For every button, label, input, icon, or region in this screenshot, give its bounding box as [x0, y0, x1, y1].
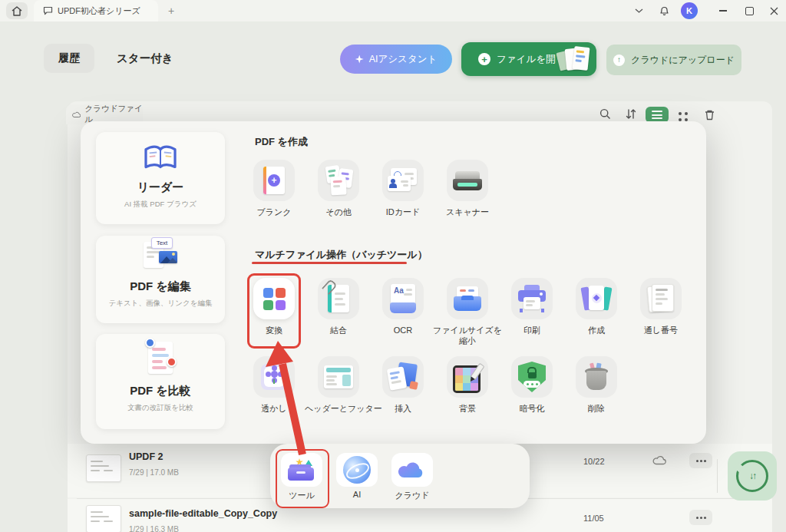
cloud-icon	[398, 460, 427, 480]
create-item-blank[interactable]: + ブランク	[240, 160, 308, 217]
tool-merge[interactable]: 結合	[305, 278, 372, 335]
edit-pdf-icon: Text	[96, 236, 225, 273]
create-book-icon	[581, 285, 612, 312]
card-title: リーダー	[96, 180, 225, 195]
scanner-icon	[453, 171, 482, 190]
plus-icon: +	[478, 53, 490, 65]
batch-section-title: マルチファイル操作（バッチツール）	[255, 248, 428, 262]
tool-insert[interactable]: 挿入	[369, 356, 437, 414]
dock-divider	[717, 459, 718, 493]
tools-overlay-panel: リーダー AI 搭載 PDF ブラウズ Text PDF を編集 テキスト、画像…	[81, 121, 706, 444]
ai-atom-icon	[343, 456, 371, 484]
card-edit-pdf[interactable]: Text PDF を編集 テキスト、画像、リンクを編集	[96, 236, 225, 323]
tab-title: UPDF初心者シリーズ	[58, 5, 140, 17]
blank-page-icon: +	[263, 167, 285, 194]
merge-icon	[328, 285, 349, 312]
serial-number-icon	[648, 284, 674, 313]
more-icon	[696, 460, 698, 462]
sparkle-icon	[355, 55, 364, 64]
ocr-icon: Aa	[390, 284, 416, 313]
ai-assistant-button[interactable]: AIアシスタント	[340, 45, 452, 74]
file-name: sample-file-editable_Copy_Copy	[129, 508, 277, 519]
grid-view-button[interactable]	[679, 112, 682, 115]
card-subtitle: テキスト、画像、リンクを編集	[96, 299, 225, 309]
header-footer-icon	[324, 365, 353, 388]
maximize-button[interactable]	[740, 0, 758, 21]
create-item-idcard[interactable]: IDカード	[369, 160, 437, 217]
more-button[interactable]	[689, 453, 712, 468]
maximize-icon	[745, 7, 754, 15]
file-date: 10/22	[583, 457, 605, 466]
file-name: UPDF 2	[129, 451, 163, 462]
card-title: PDF を編集	[96, 279, 225, 294]
upload-cloud-button[interactable]: ↑ クラウドにアップロード	[606, 45, 741, 75]
create-section-title: PDF を作成	[255, 135, 308, 149]
chat-icon	[43, 6, 53, 15]
cloud-sync-icon	[652, 454, 666, 465]
dock-item-tools[interactable]: ツール	[281, 453, 322, 501]
minimize-button[interactable]	[714, 0, 732, 21]
upload-arrow-icon: ↑	[613, 55, 625, 66]
tool-delete[interactable]: 削除	[563, 356, 630, 414]
titlebar-chevron-button[interactable]	[631, 0, 646, 21]
tool-header-footer[interactable]: ヘッダーとフッター	[305, 356, 372, 414]
create-item-scanner[interactable]: スキャナー	[434, 160, 501, 217]
card-subtitle: AI 搭載 PDF ブラウズ	[96, 200, 225, 210]
search-button[interactable]	[597, 108, 613, 120]
tool-bates-number[interactable]: 通し番号	[627, 278, 695, 335]
clean-button[interactable]	[700, 108, 718, 121]
tool-watermark[interactable]: 透かし	[240, 356, 308, 414]
more-icon	[696, 517, 698, 519]
create-item-others[interactable]: その他	[305, 160, 372, 217]
new-tab-button[interactable]: +	[164, 4, 178, 18]
ai-assistant-label: AIアシスタント	[369, 53, 438, 66]
list-view-button[interactable]	[646, 107, 669, 123]
tool-encrypt[interactable]: 暗号化	[498, 356, 566, 414]
titlebar: UPDF初心者シリーズ + K	[0, 0, 786, 21]
insert-icon	[388, 363, 418, 391]
notifications-button[interactable]	[656, 0, 672, 21]
upload-cloud-label: クラウドにアップロード	[631, 54, 735, 67]
home-button[interactable]	[6, 2, 28, 19]
file-meta: 7/29 | 17.0 MB	[129, 468, 179, 477]
delete-trash-icon	[584, 363, 609, 391]
tool-print[interactable]: 印刷	[498, 278, 566, 335]
file-date: 11/05	[583, 514, 604, 523]
tool-background[interactable]: 背景	[434, 356, 501, 414]
sort-button[interactable]	[623, 108, 639, 120]
tool-compress[interactable]: ファイルサイズを縮小	[434, 278, 501, 347]
tab-starred[interactable]: スター付き	[117, 51, 173, 66]
tool-convert[interactable]: 変換	[240, 278, 308, 335]
tool-create[interactable]: 作成	[563, 278, 630, 335]
printer-icon	[518, 285, 546, 312]
open-file-button[interactable]: + ファイルを開く	[461, 42, 596, 76]
sort-icon	[626, 108, 636, 120]
background-icon	[453, 363, 482, 391]
chevron-down-icon	[635, 8, 643, 13]
search-icon	[599, 108, 611, 120]
id-card-icon	[388, 168, 418, 193]
avatar[interactable]: K	[681, 2, 698, 19]
compress-icon	[454, 286, 481, 311]
card-title: PDF を比較	[96, 384, 225, 398]
sync-button[interactable]: ↓↑	[728, 451, 777, 501]
dock-item-ai[interactable]: AI	[336, 453, 378, 499]
file-thumbnail	[86, 454, 121, 482]
tab-updf-series[interactable]: UPDF初心者シリーズ	[34, 0, 158, 21]
bottom-dock: ツール AI クラウド ↓↑	[270, 444, 530, 508]
file-thumbnail	[86, 505, 121, 532]
card-subtitle: 文書の改訂版を比較	[96, 403, 225, 413]
tab-history[interactable]: 履歴	[44, 44, 94, 73]
open-file-label: ファイルを開く	[497, 53, 565, 66]
trash-icon	[703, 108, 716, 121]
convert-icon	[263, 288, 286, 310]
bell-icon	[659, 5, 669, 16]
more-button[interactable]	[689, 510, 712, 525]
card-reader[interactable]: リーダー AI 搭載 PDF ブラウズ	[96, 132, 225, 224]
papers-illustration	[558, 47, 589, 73]
tool-ocr[interactable]: Aa OCR	[369, 278, 437, 335]
card-compare-pdf[interactable]: PDF を比較 文書の改訂版を比較	[96, 334, 225, 429]
close-button[interactable]	[765, 0, 783, 21]
dock-item-cloud[interactable]: クラウド	[391, 453, 433, 501]
tools-folder-icon	[288, 458, 315, 481]
